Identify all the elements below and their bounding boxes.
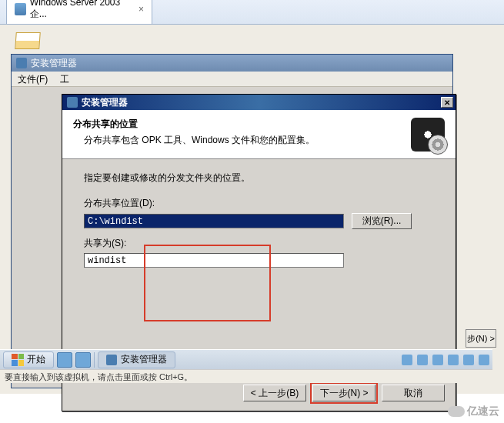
dialog-title: 安装管理器 <box>82 96 128 109</box>
quicklaunch-desktop-icon[interactable] <box>75 352 91 368</box>
watermark: 亿速云 <box>448 405 499 418</box>
browser-tab[interactable]: Windows Server 2003 企... × <box>6 0 152 24</box>
share-location-label: 分布共享位置(D): <box>84 197 434 210</box>
tray-icon[interactable] <box>402 355 412 365</box>
tray-icon[interactable] <box>479 355 489 365</box>
quicklaunch-ie-icon[interactable] <box>57 352 72 368</box>
vm-status-bar: 要直接输入到该虚拟机，请点击里面或按 Ctrl+G。 <box>0 369 492 383</box>
tab-favicon-icon <box>15 3 26 15</box>
cloud-icon <box>448 406 465 417</box>
envelope-icon <box>15 32 41 49</box>
parent-window-title: 安装管理器 <box>31 57 77 70</box>
close-icon[interactable]: × <box>139 4 144 15</box>
cancel-button[interactable]: 取消 <box>382 385 445 401</box>
tab-title: Windows Server 2003 企... <box>30 0 132 21</box>
task-app-icon <box>106 355 117 365</box>
dialog-body: 指定要创建或修改的分发文件夹的位置。 分布共享位置(D): 浏览(R)... 共… <box>62 159 456 288</box>
tray-icon[interactable] <box>463 355 474 365</box>
tray-icon[interactable] <box>448 355 459 365</box>
task-label: 安装管理器 <box>121 353 167 366</box>
dialog-icon <box>67 97 78 108</box>
tray-icon[interactable] <box>417 355 428 365</box>
menu-file[interactable]: 文件(F) <box>18 73 48 85</box>
back-button[interactable]: < 上一步(B) <box>243 385 306 401</box>
dialog-titlebar[interactable]: 安装管理器 ✕ <box>62 95 456 110</box>
tray-icon[interactable] <box>432 355 443 365</box>
parent-window-titlebar[interactable]: 安装管理器 <box>12 55 452 72</box>
background-next-button[interactable]: 步(N) > <box>466 329 496 348</box>
instruction-text: 指定要创建或修改的分发文件夹的位置。 <box>84 172 434 185</box>
share-location-input[interactable] <box>84 214 344 228</box>
watermark-text: 亿速云 <box>467 405 499 418</box>
dialog-subheading: 分布共享包含 OPK 工具、Windows 文件和您的配置集。 <box>84 134 315 147</box>
desktop-area: 安装管理器 文件(F) 工 步(N) > 安装管理器 ✕ 分布共享的位置 分布共… <box>0 25 504 394</box>
app-icon <box>16 58 27 68</box>
start-label: 开始 <box>27 353 45 366</box>
menu-tools[interactable]: 工 <box>60 73 69 85</box>
dialog-footer: < 上一步(B) 下一步(N) > 取消 <box>243 385 445 401</box>
browse-button[interactable]: 浏览(R)... <box>352 213 412 229</box>
taskbar-task[interactable]: 安装管理器 <box>98 351 175 368</box>
taskbar-separator <box>94 352 95 368</box>
parent-menu-bar: 文件(F) 工 <box>12 72 452 87</box>
disc-icon <box>411 118 445 152</box>
start-button[interactable]: 开始 <box>3 351 54 368</box>
share-as-label: 共享为(S): <box>84 237 434 250</box>
browser-tab-bar: Windows Server 2003 企... × <box>0 0 504 25</box>
close-button[interactable]: ✕ <box>441 97 453 108</box>
windows-flag-icon <box>12 354 24 366</box>
close-icon: ✕ <box>444 98 450 107</box>
taskbar: 开始 安装管理器 <box>0 349 492 369</box>
dialog-heading: 分布共享的位置 <box>73 118 315 131</box>
share-as-input[interactable] <box>84 253 344 268</box>
dialog-header: 分布共享的位置 分布共享包含 OPK 工具、Windows 文件和您的配置集。 <box>62 110 456 159</box>
next-button[interactable]: 下一步(N) > <box>312 385 375 401</box>
system-tray <box>402 355 489 365</box>
